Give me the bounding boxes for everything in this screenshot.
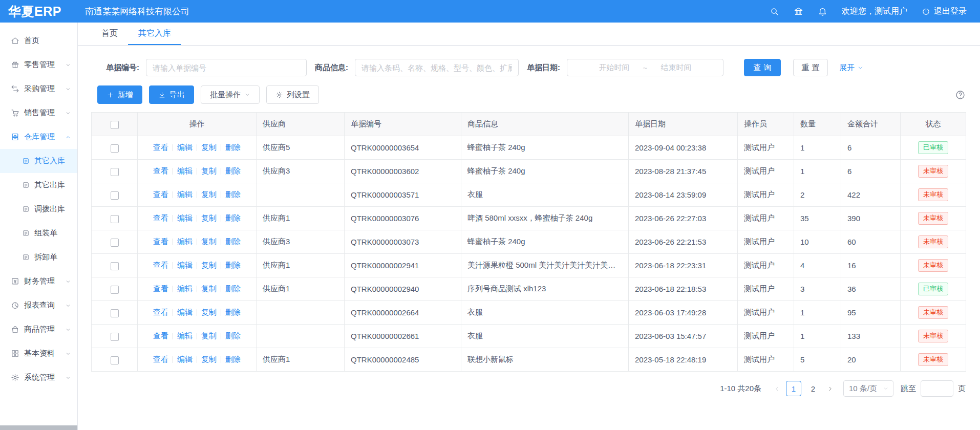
operation-delete[interactable]: 删除	[225, 237, 241, 246]
operation-copy[interactable]: 复制	[201, 237, 217, 246]
sidebar-item-retail[interactable]: 零售管理	[0, 53, 77, 77]
expand-link[interactable]: 展开	[839, 63, 864, 73]
tab-other-inbound[interactable]: 其它入库	[128, 23, 181, 45]
column-header-ops: 操作	[138, 113, 257, 136]
jump-page-input[interactable]	[921, 380, 953, 397]
bank-icon[interactable]	[794, 7, 803, 16]
operation-view[interactable]: 查看	[153, 166, 168, 175]
sidebar-subitem-assembly[interactable]: 组装单	[0, 221, 77, 245]
operation-copy[interactable]: 复制	[201, 143, 217, 152]
export-button[interactable]: 导出	[149, 85, 194, 104]
search-icon[interactable]	[770, 7, 779, 16]
operation-edit[interactable]: 编辑	[177, 143, 193, 152]
operation-copy[interactable]: 复制	[201, 261, 217, 269]
row-checkbox[interactable]	[111, 333, 119, 341]
row-checkbox-cell	[92, 160, 138, 183]
operation-edit[interactable]: 编辑	[177, 190, 193, 199]
search-button[interactable]: 查询	[744, 59, 781, 76]
prev-page-button[interactable]	[770, 381, 784, 396]
sidebar-item-home[interactable]: 首页	[0, 29, 77, 53]
operation-view[interactable]: 查看	[153, 284, 168, 293]
operation-edit[interactable]: 编辑	[177, 213, 193, 222]
operation-edit[interactable]: 编辑	[177, 261, 193, 269]
sidebar-subitem-transfer-outbound[interactable]: 调拨出库	[0, 197, 77, 221]
sidebar-scrollbar[interactable]	[0, 425, 77, 430]
row-checkbox[interactable]	[111, 239, 119, 247]
sidebar-item-finance[interactable]: 财务管理	[0, 269, 77, 293]
logout-button[interactable]: 退出登录	[922, 6, 967, 17]
operation-copy[interactable]: 复制	[201, 355, 217, 363]
row-checkbox[interactable]	[111, 309, 119, 317]
operation-delete[interactable]: 删除	[225, 284, 241, 293]
operation-copy[interactable]: 复制	[201, 308, 217, 316]
row-checkbox[interactable]	[111, 144, 119, 153]
operation-copy[interactable]: 复制	[201, 284, 217, 293]
operation-copy[interactable]: 复制	[201, 166, 217, 175]
date-range-input[interactable]: 开始时间 ~ 结束时间	[567, 59, 723, 76]
operation-view[interactable]: 查看	[153, 261, 168, 269]
page-button-1[interactable]: 1	[786, 381, 801, 396]
operation-view[interactable]: 查看	[153, 355, 168, 363]
sidebar-item-warehouse[interactable]: 仓库管理	[0, 125, 77, 149]
sidebar-item-system[interactable]: 系统管理	[0, 365, 77, 390]
operation-edit[interactable]: 编辑	[177, 331, 193, 340]
operation-delete[interactable]: 删除	[225, 261, 241, 269]
operation-copy[interactable]: 复制	[201, 331, 217, 340]
operation-view[interactable]: 查看	[153, 308, 168, 316]
operation-delete[interactable]: 删除	[225, 213, 241, 222]
column-settings-button[interactable]: 列设置	[266, 85, 319, 104]
bill-no-input[interactable]	[146, 59, 307, 76]
operation-edit[interactable]: 编辑	[177, 355, 193, 363]
next-page-button[interactable]	[823, 381, 837, 396]
operation-delete[interactable]: 删除	[225, 143, 241, 152]
operation-view[interactable]: 查看	[153, 237, 168, 246]
operation-view[interactable]: 查看	[153, 143, 168, 152]
sidebar-subitem-disassembly[interactable]: 拆卸单	[0, 245, 77, 269]
operation-view[interactable]: 查看	[153, 190, 168, 199]
operation-copy[interactable]: 复制	[201, 190, 217, 199]
row-checkbox[interactable]	[111, 215, 119, 223]
operation-view[interactable]: 查看	[153, 213, 168, 222]
row-checkbox[interactable]	[111, 286, 119, 294]
sidebar-subitem-label: 组装单	[34, 228, 57, 238]
sidebar-item-purchase[interactable]: 采购管理	[0, 77, 77, 101]
operation-edit[interactable]: 编辑	[177, 284, 193, 293]
operation-edit[interactable]: 编辑	[177, 237, 193, 246]
reset-button[interactable]: 重置	[793, 59, 828, 76]
bell-icon[interactable]	[818, 7, 827, 16]
cell-date: 2023-06-18 22:18:53	[629, 277, 738, 301]
sidebar-subitem-other-inbound[interactable]: 其它入库	[0, 149, 77, 173]
sidebar-subitem-other-outbound[interactable]: 其它出库	[0, 173, 77, 197]
operation-delete[interactable]: 删除	[225, 308, 241, 316]
cell-qty: 5	[794, 348, 841, 372]
finance-icon	[11, 277, 19, 286]
operation-edit[interactable]: 编辑	[177, 308, 193, 316]
add-button[interactable]: 新增	[97, 85, 142, 104]
sidebar-item-goods[interactable]: 商品管理	[0, 317, 77, 341]
row-checkbox[interactable]	[111, 191, 119, 200]
chevron-down-icon	[65, 375, 71, 381]
operation-edit[interactable]: 编辑	[177, 166, 193, 175]
tab-home[interactable]: 首页	[91, 23, 128, 45]
operation-delete[interactable]: 删除	[225, 331, 241, 340]
operation-view[interactable]: 查看	[153, 331, 168, 340]
help-circle-icon[interactable]	[955, 90, 966, 100]
operation-delete[interactable]: 删除	[225, 190, 241, 199]
operation-delete[interactable]: 删除	[225, 355, 241, 363]
row-checkbox[interactable]	[111, 262, 119, 270]
operation-copy[interactable]: 复制	[201, 213, 217, 222]
page-size-select[interactable]: 10 条/页	[843, 380, 893, 397]
sidebar-item-basic[interactable]: 基本资料	[0, 341, 77, 365]
select-all-checkbox[interactable]	[111, 121, 119, 129]
cell-goods: 衣服	[461, 301, 629, 325]
sidebar-item-report[interactable]: 报表查询	[0, 293, 77, 317]
sidebar-item-label: 采购管理	[24, 84, 55, 94]
sidebar-item-sales[interactable]: 销售管理	[0, 101, 77, 125]
row-checkbox[interactable]	[111, 168, 119, 176]
row-checkbox[interactable]	[111, 356, 119, 364]
batch-actions-button[interactable]: 批量操作	[201, 85, 260, 104]
page-button-2[interactable]: 2	[805, 381, 821, 396]
goods-input[interactable]	[355, 59, 519, 76]
operation-delete[interactable]: 删除	[225, 166, 241, 175]
cell-supplier: 供应商3	[257, 230, 345, 254]
